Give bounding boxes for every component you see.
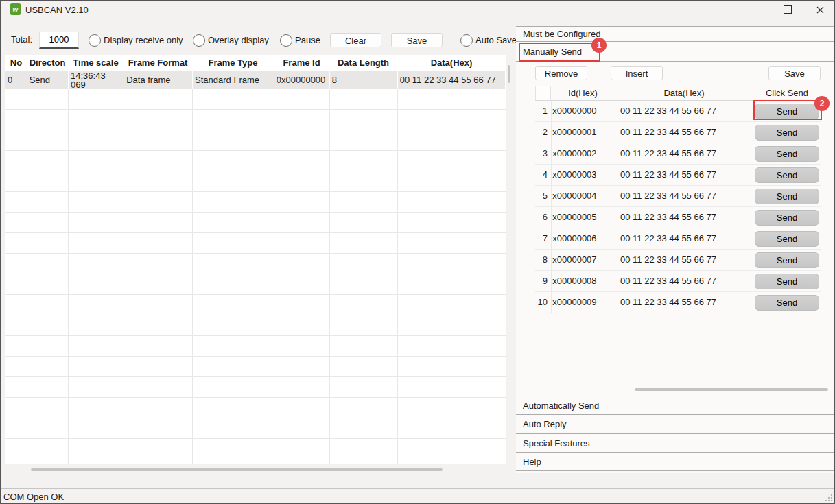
grid-line: [124, 89, 124, 464]
row-data-cell[interactable]: 00 11 22 33 44 55 66 77: [615, 101, 753, 121]
send-button[interactable]: Send: [755, 146, 819, 162]
send-button[interactable]: Send: [755, 104, 819, 119]
overlay-display-checkbox[interactable]: [193, 34, 205, 47]
accordion-manually-send[interactable]: Manually Send: [516, 43, 835, 62]
remove-button[interactable]: Remove: [535, 66, 587, 80]
receive-table-vscrollbar[interactable]: [508, 65, 510, 83]
row-data-cell[interactable]: 00 11 22 33 44 55 66 77: [615, 143, 753, 164]
row-number: 10: [535, 292, 551, 313]
statusbar-divider: [0, 488, 835, 489]
send-button[interactable]: Send: [755, 274, 819, 289]
send-button[interactable]: Send: [755, 210, 819, 226]
row-id-cell[interactable]: 0x00000004: [551, 186, 615, 206]
grid-line: [397, 89, 398, 464]
manual-table-row: 2 0x00000001 00 11 22 33 44 55 66 77 Sen…: [535, 122, 821, 143]
accordion-special-features[interactable]: Special Features: [516, 434, 835, 453]
row-id-cell[interactable]: 0x00000002: [551, 143, 615, 164]
row-number: 1: [535, 101, 551, 121]
row-number: 4: [535, 165, 551, 185]
row-number: 5: [535, 186, 551, 206]
send-button[interactable]: Send: [755, 167, 819, 183]
grid-line: [274, 89, 274, 464]
cell-direction: Send: [27, 71, 68, 90]
row-id-cell[interactable]: 0x00000009: [551, 292, 615, 313]
row-id-cell[interactable]: 0x00000008: [551, 271, 615, 291]
row-data-cell[interactable]: 00 11 22 33 44 55 66 77: [615, 271, 753, 291]
cell-time-scale: 14:36:43069: [69, 71, 124, 90]
col-frame-id: Frame Id: [274, 58, 329, 68]
manual-table-row: 8 0x00000007 00 11 22 33 44 55 66 77 Sen…: [535, 250, 821, 271]
cell-data-hex: 00 11 22 33 44 55 66 77: [398, 71, 505, 90]
send-button[interactable]: Send: [755, 231, 819, 247]
manual-table-row: 10 0x00000009 00 11 22 33 44 55 66 77 Se…: [535, 292, 821, 313]
col-row-number: [535, 86, 551, 101]
row-data-cell[interactable]: 00 11 22 33 44 55 66 77: [615, 186, 753, 206]
col-frame-format: Frame Format: [124, 58, 192, 68]
row-data-cell[interactable]: 00 11 22 33 44 55 66 77: [615, 122, 753, 143]
total-label: Total:: [11, 34, 32, 45]
row-data-cell[interactable]: 00 11 22 33 44 55 66 77: [615, 292, 753, 313]
auto-save-label: Auto Save: [475, 35, 517, 45]
col-direction: Directon: [27, 58, 68, 68]
receive-table-row[interactable]: 0 Send 14:36:43069 Data frame Standard F…: [5, 71, 506, 90]
row-number: 8: [535, 250, 551, 270]
title-bar: w USBCAN V2.10: [0, 0, 835, 19]
manual-table-row: 6 0x00000005 00 11 22 33 44 55 66 77 Sen…: [535, 207, 821, 228]
app-logo-icon: w: [10, 3, 21, 15]
window-title: USBCAN V2.10: [25, 5, 89, 15]
row-number: 7: [535, 228, 551, 249]
row-data-cell[interactable]: 00 11 22 33 44 55 66 77: [615, 228, 753, 249]
accordion-auto-reply[interactable]: Auto Reply: [516, 415, 835, 434]
col-time-scale: Time scale: [68, 58, 124, 68]
row-id-cell[interactable]: 0x00000003: [551, 165, 615, 185]
accordion-must-be-configured[interactable]: Must be Configured: [516, 26, 835, 42]
col-click-send: Click Send: [753, 86, 821, 101]
row-id-cell[interactable]: 0x00000001: [551, 122, 615, 143]
row-id-cell[interactable]: 0x00000000: [551, 101, 615, 121]
row-id-cell[interactable]: 0x00000007: [551, 250, 615, 270]
receive-table-hscrollbar[interactable]: [31, 468, 443, 471]
minimize-button[interactable]: [744, 0, 771, 19]
manual-table-row: 9 0x00000008 00 11 22 33 44 55 66 77 Sen…: [535, 271, 821, 292]
manual-table-header: Id(Hex) Data(Hex) Click Send: [535, 86, 821, 101]
col-data-hex: Data(Hex): [615, 86, 753, 101]
grid-line: [192, 89, 193, 464]
insert-button[interactable]: Insert: [611, 66, 663, 80]
table-right-edge: [506, 69, 506, 464]
send-button[interactable]: Send: [755, 125, 819, 141]
maximize-icon: [784, 5, 792, 14]
receive-table: No Directon Time scale Frame Format Fram…: [5, 55, 506, 90]
row-data-cell[interactable]: 00 11 22 33 44 55 66 77: [615, 207, 753, 228]
pause-checkbox[interactable]: [280, 34, 292, 47]
resize-grip[interactable]: [825, 494, 833, 502]
close-button[interactable]: [806, 0, 834, 19]
save-button[interactable]: Save: [391, 33, 443, 47]
overlay-display-label: Overlay display: [208, 35, 269, 45]
row-data-cell[interactable]: 00 11 22 33 44 55 66 77: [615, 165, 753, 185]
send-button[interactable]: Send: [755, 295, 819, 311]
manual-table-row: 3 0x00000002 00 11 22 33 44 55 66 77 Sen…: [535, 143, 821, 165]
row-data-cell[interactable]: 00 11 22 33 44 55 66 77: [615, 250, 753, 270]
grid-line: [27, 89, 27, 464]
row-id-cell[interactable]: 0x00000005: [551, 207, 615, 228]
manual-panel-hscrollbar[interactable]: [635, 388, 828, 391]
send-button[interactable]: Send: [755, 189, 819, 204]
maximize-button[interactable]: [774, 0, 801, 19]
col-data-length: Data Length: [329, 58, 397, 68]
cell-no: 0: [5, 71, 27, 90]
send-button[interactable]: Send: [755, 252, 819, 268]
auto-save-checkbox[interactable]: [460, 34, 473, 47]
row-id-cell[interactable]: 0x00000006: [551, 228, 615, 249]
accordion-help[interactable]: Help: [516, 453, 835, 471]
receive-table-empty-grid: [5, 89, 506, 464]
total-input[interactable]: [39, 32, 79, 49]
col-id-hex: Id(Hex): [551, 86, 615, 101]
display-receive-only-checkbox[interactable]: [89, 34, 101, 47]
manual-table-rows: 1 0x00000000 00 11 22 33 44 55 66 77 Sen…: [535, 101, 821, 313]
receive-table-header: No Directon Time scale Frame Format Fram…: [5, 55, 506, 70]
status-text: COM Open OK: [3, 492, 64, 502]
manual-save-button[interactable]: Save: [768, 66, 821, 80]
clear-button[interactable]: Clear: [330, 33, 381, 47]
col-no: No: [5, 58, 27, 68]
accordion-automatically-send[interactable]: Automatically Send: [516, 397, 835, 415]
